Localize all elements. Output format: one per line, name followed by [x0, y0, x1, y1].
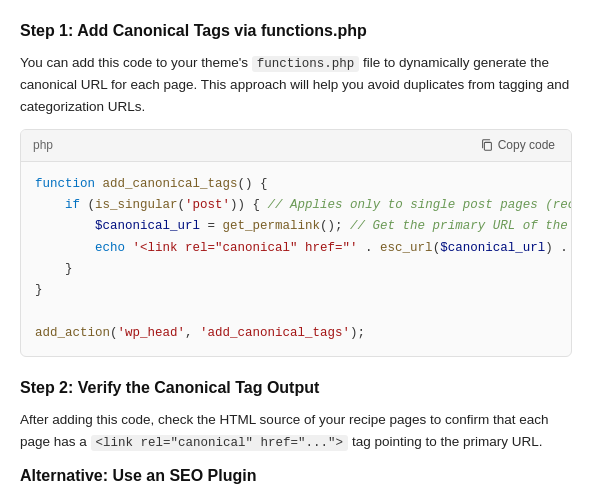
step1-inline-code: functions.php [252, 56, 360, 72]
code-block: php Copy code function add_canonical_tag… [20, 129, 572, 357]
alt-heading: Alternative: Use an SEO Plugin [20, 463, 572, 489]
step2-para-after: tag pointing to the primary URL. [348, 434, 542, 449]
step2-inline-code: <link rel="canonical" href="..."> [91, 435, 349, 451]
step1-para: You can add this code to your theme's fu… [20, 52, 572, 119]
step2-heading: Step 2: Verify the Canonical Tag Output [20, 375, 572, 401]
code-header: php Copy code [21, 130, 571, 162]
alt-para: Many SEO plugins like Yoast SEO or Rank … [20, 497, 572, 502]
step2-section: Step 2: Verify the Canonical Tag Output … [20, 375, 572, 453]
svg-rect-0 [484, 143, 491, 151]
step1-heading: Step 1: Add Canonical Tags via functions… [20, 18, 572, 44]
copy-icon [480, 138, 494, 152]
copy-label: Copy code [498, 138, 555, 152]
alt-section: Alternative: Use an SEO Plugin Many SEO … [20, 463, 572, 502]
copy-button[interactable]: Copy code [476, 136, 559, 154]
step2-para: After adding this code, check the HTML s… [20, 409, 572, 454]
step1-para-before: You can add this code to your theme's [20, 55, 252, 70]
code-lang: php [33, 136, 53, 155]
code-body[interactable]: function add_canonical_tags() { if (is_s… [21, 162, 571, 356]
